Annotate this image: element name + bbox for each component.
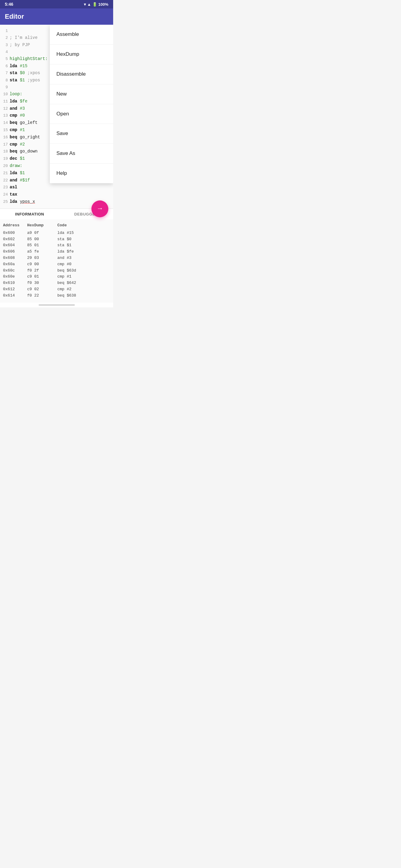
table-row: 0x60cf0 2fbeq $63d <box>3 268 110 274</box>
tab-information[interactable]: INFORMATION <box>15 212 44 216</box>
battery-icon: 🔋 <box>92 2 97 7</box>
dropdown-menu: Assemble HexDump Disassemble New Open Sa… <box>50 25 113 183</box>
table-row: 0x614f0 22beq $638 <box>3 293 110 299</box>
editor-area[interactable]: 1 2 ; I'm alive 3 ; by PJP 4 5 highlight… <box>0 25 113 209</box>
table-row: 0x606a5 felda $fe <box>3 249 110 255</box>
app-title: Editor <box>5 13 24 20</box>
status-time: 5:46 <box>5 2 13 7</box>
app-bar: Editor <box>0 8 113 25</box>
menu-item-save[interactable]: Save <box>50 124 113 144</box>
code-line-24: 24 tax <box>1 191 112 198</box>
table-row: 0x60ac9 00cmp #0 <box>3 261 110 268</box>
battery-level: 100% <box>98 2 108 7</box>
signal-icon: ▲ <box>87 2 91 7</box>
info-panel: Address HexDump Code 0x600a9 0flda #15 0… <box>0 219 113 303</box>
info-table-header: Address HexDump Code <box>3 223 110 227</box>
bottom-tabs: INFORMATION DEBUGGER → <box>0 209 113 219</box>
fab-arrow-icon: → <box>98 205 102 213</box>
status-bar: 5:46 ▾ ▲ 🔋 100% <box>0 0 113 8</box>
col-code: Code <box>57 223 110 227</box>
status-icons: ▾ ▲ 🔋 100% <box>84 2 108 7</box>
menu-item-open[interactable]: Open <box>50 104 113 124</box>
col-address: Address <box>3 223 27 227</box>
table-row: 0x610f0 30beq $642 <box>3 280 110 286</box>
menu-item-hexdump[interactable]: HexDump <box>50 44 113 64</box>
fab-button[interactable]: → <box>91 200 108 217</box>
col-hexdump: HexDump <box>27 223 57 227</box>
table-row: 0x60485 01sta $1 <box>3 242 110 249</box>
nav-bar <box>0 303 113 307</box>
table-row: 0x600a9 0flda #15 <box>3 230 110 236</box>
menu-item-save-as[interactable]: Save As <box>50 144 113 164</box>
table-row: 0x612c9 02cmp #2 <box>3 286 110 293</box>
table-row: 0x60285 00sta $0 <box>3 236 110 243</box>
table-row: 0x60ec9 01cmp #1 <box>3 274 110 280</box>
nav-indicator <box>39 304 75 306</box>
code-line-23: 23 asl <box>1 184 112 191</box>
table-row: 0x60829 03and #3 <box>3 255 110 261</box>
menu-item-new[interactable]: New <box>50 84 113 104</box>
menu-item-help[interactable]: Help <box>50 164 113 183</box>
menu-item-assemble[interactable]: Assemble <box>50 25 113 44</box>
wifi-icon: ▾ <box>84 2 86 7</box>
menu-item-disassemble[interactable]: Disassemble <box>50 64 113 84</box>
